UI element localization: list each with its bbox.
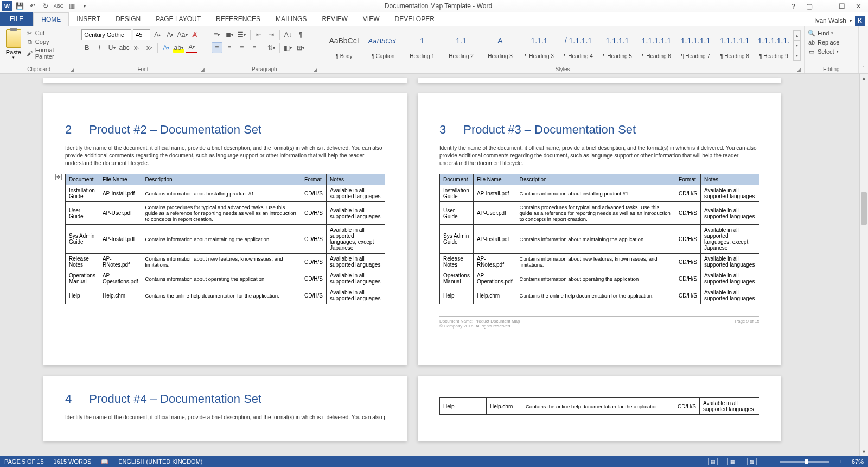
subscript-button[interactable]: x2 [131, 42, 142, 53]
multilevel-icon[interactable]: ☰▾ [237, 29, 247, 40]
replace-icon: ab [808, 39, 815, 46]
font-size-input[interactable] [133, 29, 150, 40]
font-name-input[interactable] [81, 29, 131, 40]
save-icon[interactable]: 💾 [14, 1, 25, 11]
group-editing: 🔍Find ▾ abReplace ▭Select ▾ Editing [805, 26, 859, 73]
copy-button[interactable]: ⧉Copy [26, 38, 74, 46]
spelling-icon[interactable]: ABC [53, 1, 64, 11]
brush-icon: 🖌 [26, 49, 34, 57]
style-item[interactable]: 1Heading 1 [403, 30, 442, 61]
group-font: A▴ A▾ Aa▾ A̸ B I U▾ abc x2 x2 A▾ ab▾ A▾ … [78, 26, 208, 73]
user-dropdown-icon[interactable]: ▾ [850, 18, 852, 23]
bold-button[interactable]: B [81, 42, 92, 53]
sort-icon[interactable]: A↓ [283, 29, 293, 40]
clipboard-launcher-icon[interactable]: ◢ [71, 67, 74, 72]
align-center-icon[interactable]: ≡ [224, 42, 235, 53]
align-left-icon[interactable]: ≡ [212, 42, 222, 53]
tab-design[interactable]: DESIGN [108, 12, 148, 26]
shrink-font-icon[interactable]: A▾ [164, 29, 175, 40]
style-item[interactable]: AaBbCcL¶ Caption [363, 30, 403, 61]
tab-developer[interactable]: DEVELOPER [387, 12, 442, 26]
borders-icon[interactable]: ⊞▾ [295, 42, 306, 53]
tab-review[interactable]: REVIEW [314, 12, 355, 26]
cut-button[interactable]: ✂Cut [26, 29, 74, 37]
style-item[interactable]: AHeading 3 [481, 30, 520, 61]
tab-home[interactable]: HOME [33, 12, 69, 26]
tab-view[interactable]: VIEW [355, 12, 387, 26]
strike-button[interactable]: abc [119, 42, 130, 53]
select-button[interactable]: ▭Select ▾ [808, 48, 839, 55]
chevron-down-icon: ▾ [12, 55, 15, 60]
style-item[interactable]: 1.1Heading 2 [442, 30, 481, 61]
qat-dropdown-icon[interactable]: ▾ [79, 1, 90, 11]
tab-file[interactable]: FILE [0, 12, 33, 26]
window-controls: ? ▢ — ☐ ✕ [787, 2, 868, 10]
window-title: Documentation Map Template - Word [90, 2, 787, 10]
ribbon-tabs: FILE HOME INSERT DESIGN PAGE LAYOUT REFE… [0, 12, 868, 26]
paste-button[interactable]: Paste ▾ [3, 29, 24, 60]
font-launcher-icon[interactable]: ◢ [201, 67, 205, 72]
change-case-icon[interactable]: Aa▾ [177, 29, 188, 40]
style-item[interactable]: 1.1.1.1.1¶ Heading 6 [637, 30, 676, 61]
minimize-icon[interactable]: — [819, 2, 832, 10]
scissors-icon: ✂ [26, 29, 34, 37]
style-item[interactable]: 1.1.1¶ Heading 3 [520, 30, 559, 61]
highlight-icon[interactable]: ab▾ [173, 42, 184, 53]
italic-button[interactable]: I [94, 42, 105, 53]
style-item[interactable]: AaBbCcI¶ Body [324, 30, 363, 61]
collapse-ribbon-icon[interactable]: ˄ [859, 26, 869, 73]
styles-gallery[interactable]: AaBbCcI¶ BodyAaBbCcL¶ Caption1Heading 11… [324, 27, 801, 62]
ribbon: Paste ▾ ✂Cut ⧉Copy 🖌Format Painter Clipb… [0, 26, 868, 74]
redo-icon[interactable]: ↻ [40, 1, 51, 11]
user-badge[interactable]: K [855, 16, 865, 26]
shading-icon[interactable]: ◧▾ [283, 42, 293, 53]
tab-mailings[interactable]: MAILINGS [268, 12, 314, 26]
replace-button[interactable]: abReplace [808, 39, 839, 46]
style-item[interactable]: 1.1.1.1.1.¶ Heading 9 [754, 30, 793, 61]
show-marks-icon[interactable]: ¶ [295, 29, 306, 40]
text-effects-icon[interactable]: A▾ [161, 42, 171, 53]
group-styles: AaBbCcI¶ BodyAaBbCcL¶ Caption1Heading 11… [321, 26, 805, 73]
paste-icon [6, 29, 21, 48]
grow-font-icon[interactable]: A▴ [152, 29, 163, 40]
align-right-icon[interactable]: ≡ [237, 42, 247, 53]
word-icon: W [2, 1, 12, 11]
tab-page-layout[interactable]: PAGE LAYOUT [148, 12, 208, 26]
tab-insert[interactable]: INSERT [69, 12, 108, 26]
paragraph-launcher-icon[interactable]: ◢ [314, 67, 317, 72]
styles-scroll[interactable]: ▴▾▾ [793, 30, 801, 61]
quick-access-toolbar: W 💾 ↶ ↻ ABC ▥ ▾ [0, 1, 90, 11]
justify-icon[interactable]: ≡ [249, 42, 260, 53]
user-name[interactable]: Ivan Walsh [814, 17, 846, 24]
clear-format-icon[interactable]: A̸ [189, 29, 200, 40]
style-item[interactable]: 1.1.1.1.1¶ Heading 7 [676, 30, 715, 61]
superscript-button[interactable]: x2 [144, 42, 155, 53]
indent-icon[interactable]: ⇥ [266, 29, 277, 40]
qat-custom-icon[interactable]: ▥ [66, 1, 77, 11]
find-button[interactable]: 🔍Find ▾ [808, 29, 833, 37]
numbering-icon[interactable]: ≣▾ [224, 29, 235, 40]
copy-icon: ⧉ [26, 38, 34, 46]
ribbon-display-icon[interactable]: ▢ [803, 2, 816, 10]
group-paragraph: ≡▾ ≣▾ ☰▾ ⇤ ⇥ A↓ ¶ ≡ ≡ ≡ ≡ ⇅▾ ◧▾ ⊞▾ [208, 26, 321, 73]
tab-references[interactable]: REFERENCES [208, 12, 268, 26]
style-item[interactable]: 1.1.1.1¶ Heading 5 [598, 30, 637, 61]
undo-icon[interactable]: ↶ [27, 1, 38, 11]
title-bar: W 💾 ↶ ↻ ABC ▥ ▾ Documentation Map Templa… [0, 0, 868, 12]
font-color-icon[interactable]: A▾ [186, 42, 197, 53]
format-painter-button[interactable]: 🖌Format Painter [26, 47, 74, 60]
select-icon: ▭ [808, 48, 815, 55]
underline-button[interactable]: U▾ [106, 42, 117, 53]
bullets-icon[interactable]: ≡▾ [212, 29, 222, 40]
style-item[interactable]: 1.1.1.1.1¶ Heading 8 [715, 30, 754, 61]
outdent-icon[interactable]: ⇤ [253, 29, 264, 40]
find-icon: 🔍 [808, 29, 815, 37]
style-item[interactable]: / 1.1.1.1¶ Heading 4 [559, 30, 598, 61]
help-icon[interactable]: ? [787, 2, 800, 10]
group-clipboard: Paste ▾ ✂Cut ⧉Copy 🖌Format Painter Clipb… [0, 26, 78, 73]
maximize-icon[interactable]: ☐ [835, 2, 848, 10]
line-spacing-icon[interactable]: ⇅▾ [266, 42, 277, 53]
styles-launcher-icon[interactable]: ◢ [797, 67, 801, 72]
close-icon[interactable]: ✕ [852, 2, 865, 10]
